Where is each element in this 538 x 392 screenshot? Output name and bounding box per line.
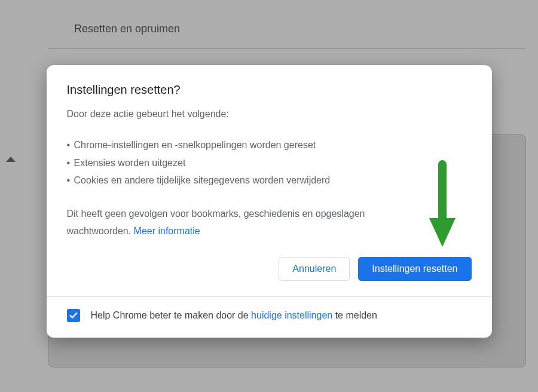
more-info-link[interactable]: Meer informatie: [134, 226, 200, 236]
checkmark-icon: [69, 311, 78, 320]
footer-suffix: te melden: [332, 310, 377, 320]
list-item: Extensies worden uitgezet: [67, 154, 472, 172]
dialog-note: Dit heeft geen gevolgen voor bookmarks, …: [67, 205, 402, 240]
dialog-bullet-list: Chrome-instellingen en -snelkoppelingen …: [67, 136, 472, 189]
dialog-intro: Door deze actie gebeurt het volgende:: [67, 109, 472, 120]
current-settings-link[interactable]: huidige instellingen: [251, 310, 332, 320]
note-text: Dit heeft geen gevolgen voor bookmarks, …: [67, 209, 365, 237]
dialog-title: Instellingen resetten?: [67, 83, 472, 97]
list-item: Chrome-instellingen en -snelkoppelingen …: [67, 136, 472, 154]
footer-prefix: Help Chrome beter te maken door de: [91, 310, 252, 320]
report-settings-checkbox[interactable]: [67, 309, 80, 322]
cancel-button[interactable]: Annuleren: [279, 257, 350, 281]
list-item: Cookies en andere tijdelijke sitegegeven…: [67, 172, 472, 189]
footer-text: Help Chrome beter te maken door de huidi…: [91, 310, 377, 321]
dialog-footer: Help Chrome beter te maken door de huidi…: [47, 296, 492, 338]
dialog-actions: Annuleren Instellingen resetten: [67, 257, 472, 281]
reset-settings-dialog: Instellingen resetten? Door deze actie g…: [47, 65, 492, 338]
dialog-overlay: Instellingen resetten? Door deze actie g…: [0, 0, 538, 392]
confirm-reset-button[interactable]: Instellingen resetten: [358, 257, 471, 281]
